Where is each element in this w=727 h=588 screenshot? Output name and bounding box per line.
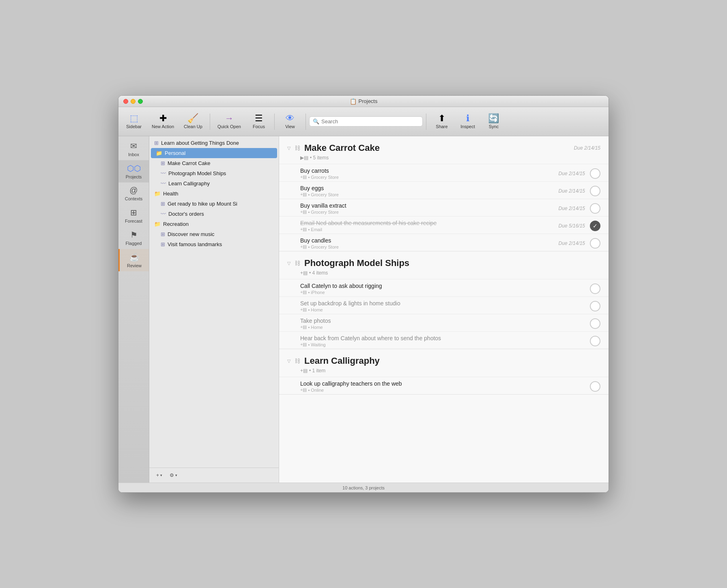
task-backdrop-name: Set up backdrop & lights in home studio: [300, 300, 590, 307]
focus-button[interactable]: ☰ Focus: [247, 112, 271, 131]
task-call-catelyn-check[interactable]: [590, 283, 600, 294]
sidebar-item-doctors[interactable]: 〰 Doctor's orders: [149, 209, 279, 219]
sync-button[interactable]: 🔄 Sync: [482, 112, 506, 131]
mount-si-icon: ⊞: [161, 201, 165, 207]
sidebar-item-projects[interactable]: ⬡⬡ Projects: [118, 160, 149, 182]
sidebar-item-music[interactable]: ⊞ Discover new music: [149, 229, 279, 239]
status-bar: 10 actions, 3 projects: [118, 483, 609, 492]
sidebar-item-calligraphy[interactable]: 〰 Learn Calligraphy: [149, 178, 279, 189]
sidebar-item-inbox[interactable]: ✉ Inbox: [118, 138, 149, 160]
ships-collapse-icon[interactable]: ▽: [287, 261, 290, 266]
sidebar-item-flagged[interactable]: ⚑ Flagged: [118, 227, 149, 249]
task-buy-vanilla-check[interactable]: [590, 203, 600, 214]
folder-health-icon: 📁: [154, 191, 161, 197]
plus-icon: ✚: [159, 114, 167, 123]
minimize-button[interactable]: [131, 99, 136, 104]
sidebar-item-forecast[interactable]: ⊞ Forecast: [118, 204, 149, 227]
task-buy-candles: Buy candles +▤ • Grocery Store Due 2/14/…: [279, 234, 609, 251]
sidebar-button[interactable]: ⬚ Sidebar: [122, 112, 146, 131]
sidebar-item-gtd[interactable]: ⊞ Learn about Getting Things Done: [149, 138, 279, 148]
share-button[interactable]: ⬆ Share: [430, 112, 454, 131]
task-calligraphy-teachers-check[interactable]: [590, 381, 600, 392]
task-calligraphy-teachers-sub: +▤ • Online: [300, 387, 590, 393]
doctors-icon: 〰: [161, 211, 166, 217]
task-backdrop-sub: +▤ • Home: [300, 307, 590, 312]
sidebar-item-model-ships[interactable]: 〰 Photograph Model Ships: [149, 168, 279, 178]
title-bar: 📋 Projects: [118, 96, 609, 107]
folder-recreation-icon: 📁: [154, 221, 161, 227]
app-icon: 📋: [350, 98, 357, 105]
ships-link-icon: ⛓: [295, 260, 300, 266]
ships-meta-icon: +▤: [300, 270, 308, 276]
quick-open-button[interactable]: → Quick Open: [213, 112, 245, 131]
calligraphy-meta: +▤ • 1 item: [279, 368, 609, 377]
view-icon: 👁: [286, 114, 295, 123]
sidebar: ⊞ Learn about Getting Things Done 📁 Pers…: [149, 136, 279, 483]
toolbar-separator-1: [210, 114, 210, 130]
settings-button[interactable]: ⚙ ▾: [168, 471, 179, 479]
task-buy-eggs-check[interactable]: [590, 186, 600, 196]
task-buy-carrots-name: Buy carrots: [300, 167, 559, 174]
sidebar-item-carrot-cake[interactable]: ⊞ Make Carrot Cake: [149, 158, 279, 168]
sidebar-item-contexts[interactable]: @ Contexts: [118, 182, 149, 204]
task-buy-carrots-sub: +▤ • Grocery Store: [300, 174, 559, 180]
zoom-button[interactable]: [138, 99, 143, 104]
task-add-icon: +▤: [300, 387, 307, 393]
task-buy-candles-due: Due 2/14/15: [559, 240, 585, 246]
carrot-cake-icon: ⊞: [161, 160, 165, 166]
sidebar-item-personal[interactable]: 📁 Personal: [151, 148, 277, 158]
task-buy-vanilla-sub: +▤ • Grocery Store: [300, 209, 559, 215]
inspect-button[interactable]: ℹ Inspect: [456, 112, 480, 131]
carrot-meta: ▶▤ • 5 items: [279, 155, 609, 164]
calligraphy-meta-text: • 1 item: [309, 368, 325, 373]
gtd-icon: ⊞: [154, 140, 159, 146]
task-call-catelyn: Call Catelyn to ask about rigging +▤ • i…: [279, 279, 609, 296]
calligraphy-collapse-icon[interactable]: ▽: [287, 358, 290, 364]
task-take-photos-sub: +▤ • Home: [300, 324, 590, 330]
clean-up-button[interactable]: 🧹 Clean Up: [180, 112, 206, 131]
carrot-due: Due 2/14/15: [574, 145, 600, 151]
task-buy-eggs-sub: +▤ • Grocery Store: [300, 192, 559, 197]
add-button[interactable]: + ▾: [154, 471, 164, 479]
gear-icon: ⚙: [170, 472, 174, 478]
task-hear-back-check[interactable]: [590, 336, 600, 346]
task-buy-carrots-check[interactable]: [590, 168, 600, 179]
search-input[interactable]: [321, 118, 419, 124]
sidebar-footer: + ▾ ⚙ ▾: [149, 468, 279, 483]
task-email-ned-check[interactable]: ✓: [590, 221, 600, 231]
task-take-photos-check[interactable]: [590, 318, 600, 329]
task-add-icon: +▤: [300, 307, 307, 312]
task-add-icon: +▤: [300, 244, 307, 249]
close-button[interactable]: [123, 99, 128, 104]
task-buy-eggs-due: Due 2/14/15: [559, 188, 585, 194]
settings-chevron: ▾: [175, 473, 177, 477]
task-backdrop-check[interactable]: [590, 301, 600, 311]
search-container[interactable]: 🔍: [309, 116, 423, 127]
task-buy-candles-sub: +▤ • Grocery Store: [300, 244, 559, 249]
sidebar-item-health[interactable]: 📁 Health: [149, 189, 279, 199]
sidebar-item-mount-si[interactable]: ⊞ Get ready to hike up Mount Si: [149, 199, 279, 209]
view-button[interactable]: 👁 View: [278, 112, 302, 131]
carrot-collapse-icon[interactable]: ▽: [287, 146, 290, 151]
clean-up-icon: 🧹: [187, 114, 198, 123]
sidebar-item-recreation[interactable]: 📁 Recreation: [149, 219, 279, 229]
carrot-link-icon: ⛓: [295, 145, 300, 151]
task-buy-candles-check[interactable]: [590, 238, 600, 249]
add-icon: +: [156, 472, 159, 478]
sync-icon: 🔄: [488, 114, 499, 123]
sidebar-item-landmarks[interactable]: ⊞ Visit famous landmarks: [149, 239, 279, 249]
task-buy-vanilla-name: Buy vanilla extract: [300, 202, 559, 209]
project-calligraphy: ▽ ⛓ Learn Calligraphy +▤ • 1 item Look u…: [279, 349, 609, 395]
task-email-ned-due: Due 5/16/15: [559, 223, 585, 229]
review-icon: ☕: [129, 252, 140, 262]
task-hear-back-sub: +▤ • Waiting: [300, 342, 590, 347]
task-add-icon: +▤: [300, 342, 307, 347]
ships-meta-text: • 4 items: [309, 270, 328, 276]
flagged-icon: ⚑: [130, 230, 138, 240]
task-email-ned: Email Ned about the measurements of his …: [279, 216, 609, 234]
task-add-icon: +▤: [300, 174, 307, 180]
traffic-lights: [123, 99, 143, 104]
new-action-button[interactable]: ✚ New Action: [148, 112, 178, 131]
folder-personal-icon: 📁: [156, 150, 162, 156]
sidebar-item-review[interactable]: ☕ Review: [118, 249, 149, 271]
